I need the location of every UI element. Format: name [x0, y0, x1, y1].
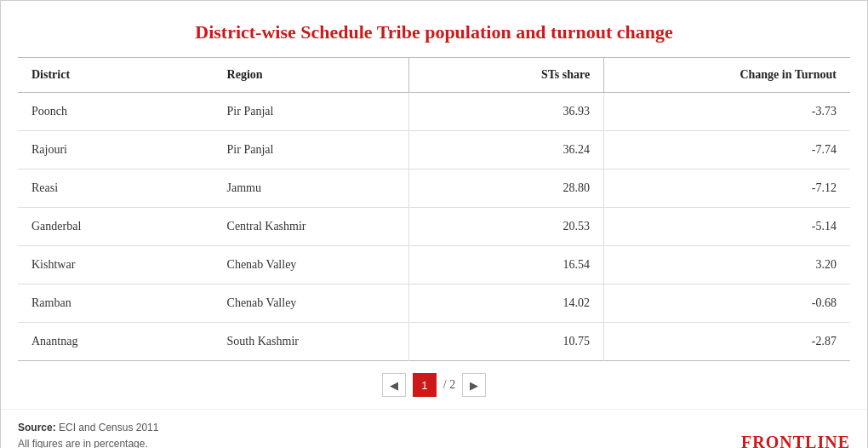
cell-sts-share: 28.80 — [408, 169, 604, 208]
cell-district: Anantnag — [18, 323, 214, 361]
current-page-button[interactable]: 1 — [413, 373, 437, 397]
cell-sts-share: 36.93 — [408, 93, 604, 131]
cell-region: Jammu — [214, 169, 409, 208]
cell-change-turnout: -7.12 — [604, 169, 850, 208]
table-body: PoonchPir Panjal36.93-3.73RajouriPir Pan… — [18, 93, 850, 361]
data-table: District Region STs share Change in Turn… — [18, 57, 850, 361]
cell-change-turnout: -3.73 — [604, 93, 850, 131]
brand-logo: FRONTLINE — [741, 433, 850, 448]
cell-change-turnout: 3.20 — [604, 246, 850, 284]
table-row: RambanChenab Valley14.02-0.68 — [18, 284, 850, 323]
cell-change-turnout: -0.68 — [604, 284, 850, 323]
source-text-block: Source: ECI and Census 2011 All figures … — [18, 420, 158, 448]
col-header-region: Region — [214, 58, 409, 93]
table-row: AnantnagSouth Kashmir10.75-2.87 — [18, 323, 850, 361]
cell-region: South Kashmir — [214, 323, 409, 361]
footer-area: Source: ECI and Census 2011 All figures … — [1, 409, 867, 448]
cell-sts-share: 16.54 — [408, 246, 604, 284]
cell-change-turnout: -2.87 — [604, 323, 850, 361]
page-separator: / 2 — [443, 378, 455, 392]
col-header-change: Change in Turnout — [604, 58, 850, 93]
cell-sts-share: 36.24 — [408, 131, 604, 169]
cell-district: Poonch — [18, 93, 214, 131]
table-row: RajouriPir Panjal36.24-7.74 — [18, 131, 850, 169]
col-header-district: District — [18, 58, 214, 93]
cell-region: Chenab Valley — [214, 246, 409, 284]
main-container: District-wise Schedule Tribe population … — [0, 0, 868, 448]
cell-district: Ramban — [18, 284, 214, 323]
source-value: ECI and Census 2011 — [59, 422, 158, 434]
table-row: PoonchPir Panjal36.93-3.73 — [18, 93, 850, 131]
cell-sts-share: 10.75 — [408, 323, 604, 361]
cell-region: Central Kashmir — [214, 208, 409, 246]
cell-region: Chenab Valley — [214, 284, 409, 323]
cell-district: Kishtwar — [18, 246, 214, 284]
cell-district: Rajouri — [18, 131, 214, 169]
table-header-row: District Region STs share Change in Turn… — [18, 58, 850, 93]
prev-page-button[interactable]: ◀ — [382, 373, 406, 397]
table-row: GanderbalCentral Kashmir20.53-5.14 — [18, 208, 850, 246]
source-label: Source: — [18, 422, 56, 434]
cell-change-turnout: -7.74 — [604, 131, 850, 169]
cell-district: Reasi — [18, 169, 214, 208]
col-header-sts: STs share — [408, 58, 604, 93]
table-row: ReasiJammu28.80-7.12 — [18, 169, 850, 208]
cell-change-turnout: -5.14 — [604, 208, 850, 246]
title-area: District-wise Schedule Tribe population … — [1, 1, 867, 57]
cell-region: Pir Panjal — [214, 131, 409, 169]
table-wrapper: District Region STs share Change in Turn… — [1, 57, 867, 361]
cell-region: Pir Panjal — [214, 93, 409, 131]
table-row: KishtwarChenab Valley16.543.20 — [18, 246, 850, 284]
next-page-button[interactable]: ▶ — [462, 373, 486, 397]
cell-sts-share: 20.53 — [408, 208, 604, 246]
source-line: Source: ECI and Census 2011 — [18, 420, 158, 436]
pagination-area: ◀ 1 / 2 ▶ — [1, 361, 867, 409]
note-line: All figures are in percentage. — [18, 436, 158, 448]
main-title: District-wise Schedule Tribe population … — [18, 21, 850, 43]
cell-district: Ganderbal — [18, 208, 214, 246]
cell-sts-share: 14.02 — [408, 284, 604, 323]
